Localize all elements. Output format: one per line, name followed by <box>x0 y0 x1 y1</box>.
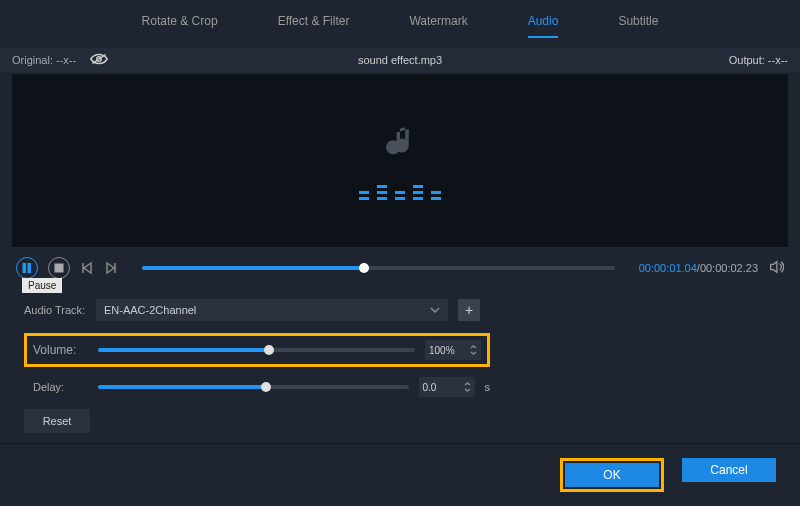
audio-track-row: Audio Track: EN-AAC-2Channel + <box>24 299 776 321</box>
volume-slider[interactable] <box>98 348 415 352</box>
volume-icon[interactable] <box>768 259 784 278</box>
svg-rect-4 <box>55 264 63 272</box>
tabs-bar: Rotate & Crop Effect & Filter Watermark … <box>0 0 800 48</box>
add-track-button[interactable]: + <box>458 299 480 321</box>
pause-tooltip: Pause <box>22 278 62 293</box>
audio-track-value: EN-AAC-2Channel <box>104 304 196 316</box>
prev-button[interactable] <box>80 261 94 275</box>
ok-button[interactable]: OK <box>565 463 659 487</box>
original-label: Original: --x-- <box>12 54 76 66</box>
tab-watermark[interactable]: Watermark <box>409 10 467 38</box>
output-label: Output: --x-- <box>729 54 788 66</box>
audio-panel: Audio Track: EN-AAC-2Channel + Volume: 1… <box>0 289 800 443</box>
footer: OK Cancel <box>0 443 800 506</box>
music-note-icon <box>379 122 421 167</box>
preview-toggle-icon[interactable] <box>90 52 108 68</box>
tab-subtitle[interactable]: Subtitle <box>618 10 658 38</box>
delay-spinner[interactable] <box>464 382 471 393</box>
duration: /00:00:02.23 <box>697 262 758 274</box>
volume-label: Volume: <box>33 343 88 357</box>
stop-button[interactable] <box>48 257 70 279</box>
svg-rect-3 <box>28 263 31 273</box>
delay-row: Delay: 0.0 s <box>24 377 490 397</box>
volume-row: Volume: 100% <box>24 333 490 367</box>
info-bar: Original: --x-- sound effect.mp3 Output:… <box>0 48 800 72</box>
equalizer-icon <box>359 185 441 200</box>
delay-value: 0.0 <box>423 382 437 393</box>
volume-spinner[interactable] <box>470 345 477 356</box>
svg-rect-2 <box>23 263 26 273</box>
preview-area <box>12 74 788 247</box>
pause-button[interactable] <box>16 257 38 279</box>
audio-track-label: Audio Track: <box>24 304 86 316</box>
tab-effect[interactable]: Effect & Filter <box>278 10 350 38</box>
filename-label: sound effect.mp3 <box>358 54 442 66</box>
reset-button[interactable]: Reset <box>24 409 90 433</box>
time-display: 00:00:01.04/00:00:02.23 <box>639 262 758 274</box>
progress-bar[interactable] <box>142 266 615 270</box>
cancel-button[interactable]: Cancel <box>682 458 776 482</box>
volume-value-box[interactable]: 100% <box>425 340 481 360</box>
next-button[interactable] <box>104 261 118 275</box>
delay-unit: s <box>485 381 491 393</box>
audio-track-select[interactable]: EN-AAC-2Channel <box>96 299 448 321</box>
current-time: 00:00:01.04 <box>639 262 697 274</box>
tab-audio[interactable]: Audio <box>528 10 559 38</box>
chevron-down-icon <box>430 305 440 315</box>
delay-slider[interactable] <box>98 385 409 389</box>
delay-label: Delay: <box>33 381 88 393</box>
tab-rotate[interactable]: Rotate & Crop <box>142 10 218 38</box>
ok-highlight: OK <box>560 458 664 492</box>
player-controls: 00:00:01.04/00:00:02.23 <box>0 247 800 289</box>
delay-value-box[interactable]: 0.0 <box>419 377 475 397</box>
volume-value: 100% <box>429 345 455 356</box>
